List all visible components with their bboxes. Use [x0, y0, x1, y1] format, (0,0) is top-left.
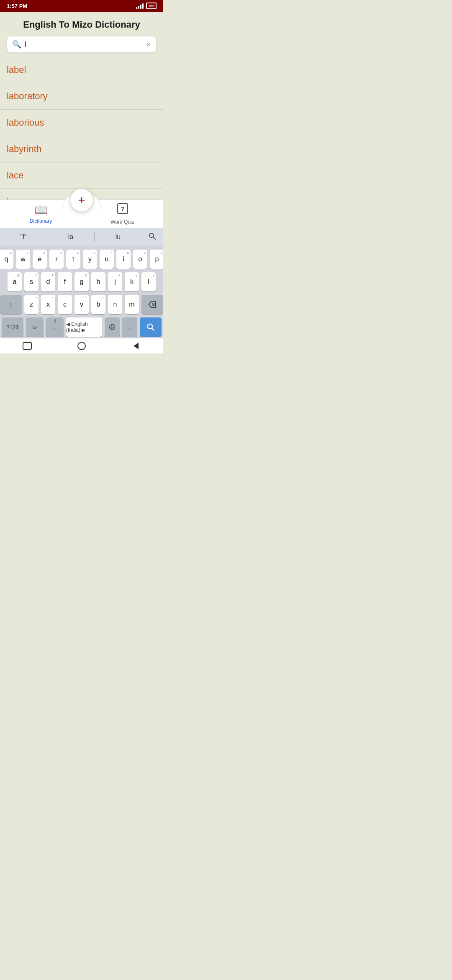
keyboard: "l" la lu 1q 2w 3e 4r 5t 6y 7u 8i 9o 0p [0, 228, 163, 338]
suggestion-search-icon[interactable] [141, 232, 163, 242]
key-l[interactable]: )l [141, 272, 156, 291]
list-item[interactable]: labyrinth [0, 136, 163, 162]
svg-line-9 [152, 328, 154, 331]
nav-label-dictionary: Dictionary [30, 218, 52, 224]
status-bar: 1:57 PM 100 [0, 0, 163, 12]
space-key[interactable]: ◀ English (India) ▶ [66, 317, 102, 337]
key-row-2: @a #s ₹d -f &g -h +j (k )l [2, 272, 162, 291]
search-input[interactable] [25, 40, 143, 49]
svg-point-2 [149, 233, 154, 237]
numeric-key[interactable]: ?123 [2, 317, 23, 337]
svg-point-8 [148, 324, 153, 329]
svg-text:?: ? [121, 206, 124, 212]
globe-key[interactable] [105, 317, 120, 337]
list-item[interactable]: lace [0, 162, 163, 189]
page-title: English To Mizo Dictionary [7, 19, 157, 30]
battery-icon: 100 [146, 3, 157, 9]
key-x[interactable]: "x [41, 295, 55, 314]
fab-add-button[interactable]: + [69, 188, 94, 212]
search-action-key[interactable] [140, 317, 162, 337]
key-q[interactable]: 1q [0, 250, 13, 269]
key-row-3: ↑ *z "x 'c :v ;b !n ?m [2, 295, 162, 314]
status-time: 1:57 PM [7, 3, 27, 9]
key-c[interactable]: 'c [58, 295, 72, 314]
shift-key[interactable]: ↑ [0, 295, 22, 314]
key-k[interactable]: (k [125, 272, 139, 291]
recent-apps-button[interactable] [20, 340, 35, 352]
nav-item-word-quiz[interactable]: ? Word Quiz [98, 203, 148, 225]
key-z[interactable]: *z [24, 295, 39, 314]
keyboard-rows: 1q 2w 3e 4r 5t 6y 7u 8i 9o 0p @a #s ₹d -… [0, 246, 163, 338]
period-key[interactable]: . [122, 317, 137, 337]
emoji-key[interactable]: ☺ [26, 317, 44, 337]
fab-plus-icon: + [78, 194, 85, 206]
key-u[interactable]: 7u [100, 250, 114, 269]
status-right-icons: 100 [136, 3, 157, 9]
search-bar[interactable]: 🔍 × [7, 36, 157, 53]
key-t[interactable]: 5t [66, 250, 80, 269]
key-p[interactable]: 0p [150, 250, 163, 269]
key-i[interactable]: 8i [116, 250, 131, 269]
svg-marker-12 [134, 343, 139, 349]
back-button[interactable] [128, 340, 144, 352]
key-row-4: ?123 ☺ 🎙 , ◀ English (India) ▶ . [2, 317, 162, 337]
key-s[interactable]: #s [24, 272, 39, 291]
nav-item-dictionary[interactable]: 📖 Dictionary [16, 204, 66, 224]
app-header: English To Mizo Dictionary 🔍 × [0, 12, 163, 57]
keyboard-suggestions: "l" la lu [0, 228, 163, 246]
svg-line-3 [153, 237, 156, 240]
key-e[interactable]: 3e [33, 250, 47, 269]
key-m[interactable]: ?m [125, 295, 139, 314]
key-b[interactable]: ;b [91, 295, 105, 314]
key-o[interactable]: 9o [133, 250, 147, 269]
android-nav-bar [0, 338, 163, 353]
list-item[interactable]: laborious [0, 110, 163, 136]
search-clear-button[interactable]: × [146, 40, 151, 49]
word-list: label laboratory laborious labyrinth lac… [0, 57, 163, 199]
key-a[interactable]: @a [8, 272, 22, 291]
key-g[interactable]: &g [74, 272, 89, 291]
bottom-nav: 📖 Dictionary + ? Word Quiz [0, 199, 163, 228]
key-f[interactable]: -f [58, 272, 72, 291]
home-button[interactable] [74, 340, 89, 352]
suggestion-item-0[interactable]: "l" [0, 232, 47, 242]
key-v[interactable]: :v [74, 295, 89, 314]
key-w[interactable]: 2w [16, 250, 30, 269]
key-y[interactable]: 6y [83, 250, 97, 269]
suggestion-item-1[interactable]: la [47, 232, 94, 242]
key-n[interactable]: !n [108, 295, 122, 314]
svg-point-11 [78, 342, 85, 350]
key-d[interactable]: ₹d [41, 272, 55, 291]
key-j[interactable]: +j [108, 272, 122, 291]
list-item[interactable]: laboratory [0, 83, 163, 110]
word-quiz-icon: ? [117, 203, 128, 217]
key-r[interactable]: 4r [49, 250, 64, 269]
nav-label-word-quiz: Word Quiz [110, 219, 134, 225]
backspace-key[interactable] [141, 295, 163, 314]
key-h[interactable]: -h [91, 272, 105, 291]
signal-icon [136, 3, 144, 9]
list-item[interactable]: label [0, 57, 163, 83]
comma-key[interactable]: 🎙 , [46, 317, 64, 337]
key-row-1: 1q 2w 3e 4r 5t 6y 7u 8i 9o 0p [2, 250, 162, 269]
search-icon: 🔍 [12, 40, 21, 49]
svg-rect-10 [23, 343, 31, 349]
suggestion-item-2[interactable]: lu [95, 232, 141, 242]
dictionary-icon: 📖 [34, 204, 48, 217]
